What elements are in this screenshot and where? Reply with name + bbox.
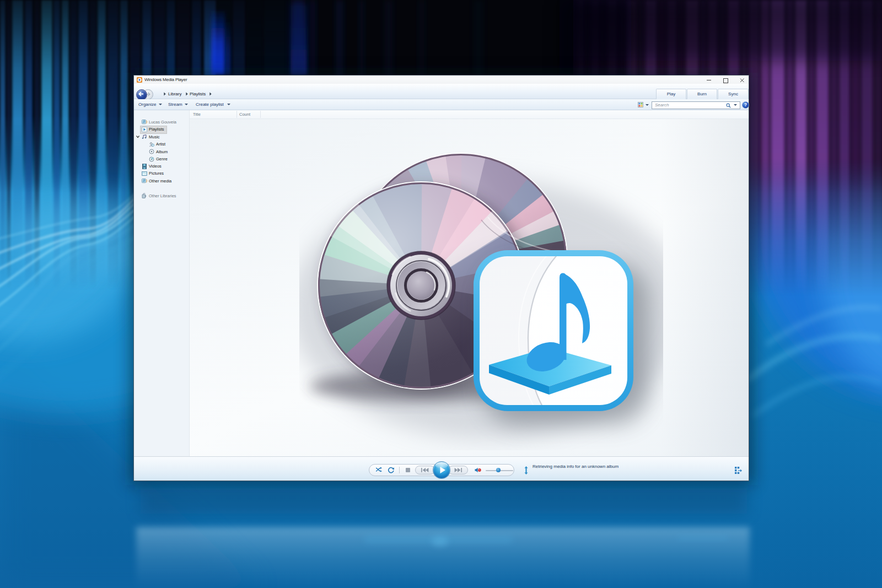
svg-text:?: ? bbox=[744, 103, 747, 107]
